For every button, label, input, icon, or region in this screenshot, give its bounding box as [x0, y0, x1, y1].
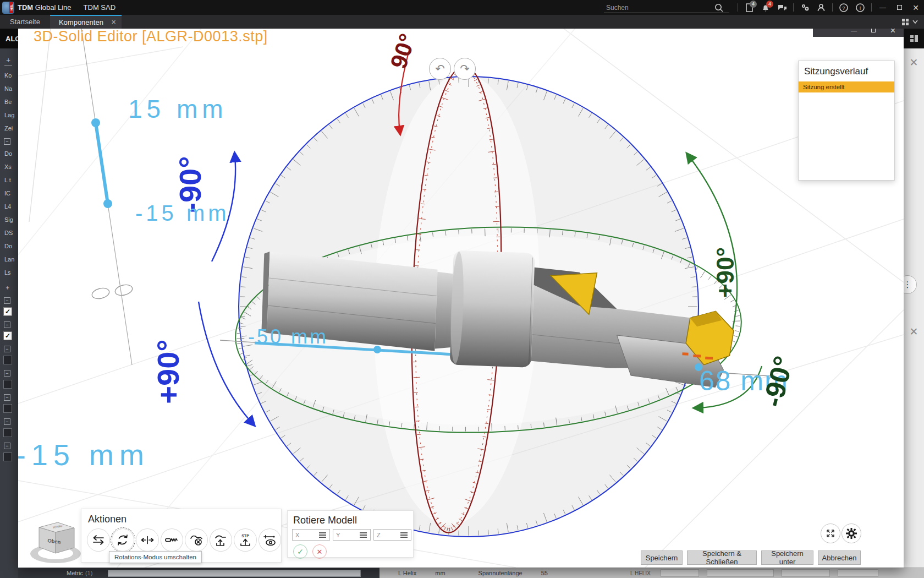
- panel-menu-icon[interactable]: [909, 34, 919, 43]
- tab-startseite[interactable]: Startseite: [0, 15, 50, 29]
- section-collapse-icon[interactable]: −: [4, 138, 10, 145]
- tree-checkbox-empty[interactable]: [3, 452, 12, 461]
- remove-solid-button[interactable]: [185, 528, 208, 552]
- close-panel-icon[interactable]: ✕: [904, 56, 924, 69]
- contour-delete-icon: [189, 533, 204, 547]
- tree-collapse-icon[interactable]: −: [4, 418, 10, 425]
- services-button[interactable]: [796, 0, 813, 15]
- field-label: Zei: [0, 122, 18, 135]
- gears-icon: [800, 2, 810, 13]
- rotate-x-field[interactable]: [292, 529, 330, 541]
- form-cell-label: 55: [541, 570, 548, 576]
- search-box[interactable]: [604, 2, 729, 13]
- window-maximize-button[interactable]: [891, 0, 908, 15]
- rotate-z-menu-icon[interactable]: [400, 532, 408, 538]
- form-status-row: Metric (1) L HelixmmSpannutenlänge55L HE…: [18, 568, 924, 578]
- tree-collapse-icon[interactable]: −: [4, 321, 10, 328]
- search-input[interactable]: [604, 4, 714, 13]
- tree-checkbox-checked[interactable]: ✓: [3, 331, 12, 340]
- tree-collapse-icon[interactable]: −: [4, 297, 10, 304]
- fullscreen-icon: [825, 528, 836, 539]
- tree-collapse-icon[interactable]: −: [4, 346, 10, 352]
- field-label: Be: [0, 95, 18, 108]
- tree-collapse-icon[interactable]: −: [4, 394, 10, 401]
- y-axis-handle[interactable]: [96, 123, 108, 204]
- rotate-z-input[interactable]: [374, 531, 399, 539]
- fullscreen-button[interactable]: [821, 524, 840, 543]
- solid-editor-dialog: 3D-Solid Editor [ALGR-D0013.stp] — ✕: [18, 24, 904, 568]
- tree-collapse-icon[interactable]: −: [4, 443, 10, 449]
- tab-komponenten[interactable]: Komponenten ✕: [50, 15, 122, 29]
- viewport-settings-button[interactable]: [842, 524, 861, 543]
- toggle-visibility-button[interactable]: [258, 528, 282, 552]
- search-icon: [714, 3, 724, 13]
- tree-checkbox-empty[interactable]: [3, 380, 12, 389]
- rotate-x-input[interactable]: [293, 531, 318, 539]
- translate-mode-button[interactable]: [87, 528, 110, 552]
- info-button[interactable]: i: [852, 0, 868, 15]
- field-label: Na: [0, 82, 18, 95]
- rotate-z-field[interactable]: [373, 529, 411, 541]
- messages-button[interactable]: [774, 0, 790, 15]
- user-button[interactable]: [813, 0, 829, 15]
- tree-checkbox-empty[interactable]: [3, 356, 12, 364]
- field-label: DS: [0, 226, 18, 239]
- rotate-model-panel: Rotiere Modell ✓ ✕: [287, 510, 414, 558]
- field-label: Sig: [0, 213, 18, 226]
- rotate-y-menu-icon[interactable]: [360, 532, 367, 538]
- field-label: Ls: [0, 266, 18, 279]
- rotate-y-field[interactable]: [333, 529, 371, 541]
- save-as-button[interactable]: Speichern unter: [761, 550, 813, 565]
- unit-count: (1): [85, 570, 92, 576]
- session-entry[interactable]: Sitzung erstellt: [799, 81, 894, 92]
- tree-checkbox-empty[interactable]: [3, 428, 12, 437]
- rotate-x-menu-icon[interactable]: [319, 532, 326, 538]
- field-label: Do: [0, 239, 18, 253]
- field-label: Lan: [0, 253, 18, 266]
- tree-checkbox-checked[interactable]: ✓: [3, 307, 12, 316]
- mirror-axis-button[interactable]: [136, 528, 159, 552]
- help-button[interactable]: ?: [835, 0, 852, 15]
- window-close-button[interactable]: ✕: [908, 0, 924, 15]
- form-cell-label: Spannutenlänge: [479, 570, 522, 576]
- rotate-y-input[interactable]: [333, 531, 359, 539]
- form-cell[interactable]: [838, 569, 878, 577]
- layout-options-icon[interactable]: [901, 18, 920, 26]
- close-section-icon[interactable]: ✕: [904, 325, 924, 338]
- divider: [738, 3, 738, 12]
- cancel-button[interactable]: Abbrechen: [818, 550, 861, 565]
- chat-icon: [777, 3, 788, 13]
- form-cell[interactable]: [782, 569, 830, 577]
- actions-title: Aktionen: [81, 509, 281, 528]
- tab-close-icon[interactable]: ✕: [111, 19, 116, 26]
- side-tool-button[interactable]: ⋮: [904, 275, 917, 294]
- redo-button[interactable]: ↷: [454, 58, 476, 80]
- menu-tdm-sad[interactable]: TDM SAD: [84, 3, 116, 12]
- add-item-icon[interactable]: ＋: [4, 283, 18, 292]
- documents-button[interactable]: 4: [741, 0, 757, 15]
- import-model-button[interactable]: [210, 528, 233, 552]
- cancel-rotation-button[interactable]: ✕: [312, 544, 327, 559]
- axis-left-measure-label: -50 mm: [248, 325, 328, 348]
- app-title-bar: TDM TDM Global Line TDM SAD 4 4 ?: [0, 0, 924, 15]
- eye-measure-icon: [262, 533, 277, 547]
- tree-collapse-icon[interactable]: −: [4, 370, 10, 377]
- notifications-button[interactable]: 4: [757, 0, 774, 15]
- drill-geometry-button[interactable]: [161, 528, 184, 552]
- save-and-close-button[interactable]: Speichern & Schließen: [687, 550, 757, 565]
- svg-text:i: i: [860, 5, 861, 10]
- rotate-mode-button[interactable]: [112, 528, 135, 552]
- form-cell[interactable]: [707, 569, 774, 577]
- field-label: Ko: [0, 69, 18, 82]
- tree-checkbox-empty[interactable]: [3, 404, 12, 413]
- user-icon: [816, 3, 826, 13]
- form-cell[interactable]: [661, 569, 699, 577]
- save-button[interactable]: Speichern: [641, 550, 683, 565]
- window-minimize-button[interactable]: —: [875, 0, 891, 15]
- add-field-icon[interactable]: ＋: [4, 55, 12, 66]
- apply-rotation-button[interactable]: ✓: [293, 544, 307, 559]
- undo-button[interactable]: ↶: [429, 58, 451, 80]
- dialog-restore-button[interactable]: [871, 28, 876, 32]
- app-brand: TDM Global Line: [18, 3, 72, 12]
- export-stp-button[interactable]: STP: [234, 528, 257, 552]
